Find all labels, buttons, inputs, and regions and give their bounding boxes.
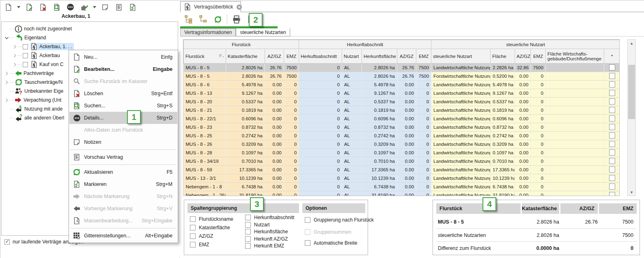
column-header[interactable]: AZ/GZ: [265, 49, 284, 64]
refresh-button[interactable]: [212, 14, 223, 25]
tree-item[interactable]: ?alle anderen Überl: [3, 113, 66, 122]
grid-row[interactable]: Nebengem - 1 - 86.7438 ha0.0000AL6.7438 …: [184, 183, 620, 191]
column-header[interactable]: Fläche Wirtschafts-gebäude/Durchflußmeng…: [546, 49, 604, 64]
grid-row[interactable]: MUS - 8 - 52.8026 ha26.7675000AL2.8026 h…: [184, 64, 620, 72]
column-header[interactable]: steuerliche Nutzart: [431, 49, 491, 64]
option-checkbox[interactable]: [245, 243, 251, 249]
tree-item[interactable]: Verpachtung (Unt: [3, 96, 63, 104]
option-item[interactable]: EMZ: [190, 242, 209, 247]
tree-item[interactable]: §Nutzung mit ande: [3, 104, 64, 113]
option-item[interactable]: Herkunft AZ/GZ: [245, 236, 288, 242]
row-flag-checkbox[interactable]: [609, 124, 615, 130]
window-tab-vertragsueberblick[interactable]: § Vertragsüberblick: [180, 1, 241, 12]
option-checkbox[interactable]: [245, 236, 251, 242]
preview-doc-button[interactable]: [113, 2, 124, 13]
tree-item[interactable]: noch nicht zugeordnet: [3, 24, 73, 33]
caret-down-icon[interactable]: [93, 6, 97, 9]
tree-item[interactable]: Tauschverträge/N: [3, 78, 64, 87]
option-item[interactable]: AZ/GZ: [190, 233, 213, 239]
row-flag-checkbox[interactable]: [609, 141, 615, 147]
column-header[interactable]: EMZ: [416, 49, 431, 64]
tree-item-checkbox[interactable]: [23, 44, 28, 49]
tree-item[interactable]: Pachtverträge: [3, 69, 56, 78]
row-flag-checkbox[interactable]: [609, 166, 615, 173]
column-header[interactable]: AZ/GZ: [397, 49, 416, 64]
column-header[interactable]: *: [604, 49, 620, 64]
search-doc-button[interactable]: [51, 2, 62, 13]
note-button[interactable]: [99, 2, 110, 13]
option-item[interactable]: Flurstücksname: [190, 216, 233, 222]
tree-item[interactable]: Eigenland: [3, 33, 47, 42]
collapse-all-button[interactable]: [198, 14, 209, 25]
option-item[interactable]: Automatische Breite: [305, 240, 357, 246]
caret-down-icon[interactable]: [17, 6, 21, 9]
grid-row[interactable]: MUS - 8 - 260.3209 ha0.0000AL0.3209 ha0.…: [184, 140, 620, 149]
option-checkbox[interactable]: [245, 229, 251, 235]
row-flag-checkbox[interactable]: [609, 132, 615, 139]
option-checkbox[interactable]: [305, 217, 310, 223]
menu-item[interactable]: Vorschau Vertrag: [69, 151, 177, 163]
chevron-right-icon[interactable]: [4, 98, 9, 103]
row-flag-checkbox[interactable]: [609, 158, 615, 164]
option-checkbox[interactable]: [190, 233, 196, 239]
grid-row[interactable]: MUS - 8 - 34/190.7010 ha0.0000AL0.7010 h…: [184, 157, 620, 166]
row-flag-checkbox[interactable]: [609, 64, 615, 70]
tree-item-checkbox[interactable]: [23, 62, 28, 67]
grid-row[interactable]: MUS - 8 - 280.1097 ha0.0000AL0.1097 ha0.…: [184, 149, 620, 157]
option-checkbox[interactable]: [190, 242, 196, 247]
row-flag-checkbox[interactable]: [609, 73, 615, 79]
menu-item[interactable]: Gittereinstellungen... Alt+Eingabe: [69, 230, 177, 242]
option-item[interactable]: Herkunftsfläche: [245, 229, 288, 235]
menu-item[interactable]: Details... Strg+D: [69, 112, 177, 124]
option-item[interactable]: Nutzart: [245, 222, 270, 228]
grid-row[interactable]: Nebengem - 1 - 26/431.8190 ha0.0000AL31.…: [184, 191, 620, 196]
menu-item[interactable]: Aktualisieren F5: [69, 166, 177, 178]
grid-row[interactable]: MUS - 8 - 210.1819 ha0.0000AL0.1819 ha0.…: [184, 106, 620, 115]
scroll-down-icon[interactable]: ▼: [628, 189, 635, 196]
grid-row[interactable]: MUS - 8 - 250.2742 ha0.0000AL0.2742 ha0.…: [184, 132, 620, 140]
tree-item[interactable]: §Ackerbau, 1. . .: [11, 42, 74, 51]
column-header[interactable]: Herkunftsfläche: [362, 49, 397, 64]
column-header[interactable]: EMZ: [284, 49, 299, 64]
column-header[interactable]: EMZ: [531, 49, 546, 64]
grid-row[interactable]: MUS - 8 - 230.8732 ha0.0000AL0.8732 ha0.…: [184, 123, 620, 132]
option-item[interactable]: Gruppierung nach Flurstück: [305, 217, 374, 223]
scroll-up-icon[interactable]: ▲: [628, 40, 635, 47]
menu-item[interactable]: Notizen: [69, 136, 177, 148]
option-checkbox[interactable]: [190, 216, 196, 222]
column-header[interactable]: Herkuftsabschnitt: [299, 49, 342, 64]
subtab[interactable]: Vertragsinformationen: [180, 28, 236, 36]
tree-item-checkbox[interactable]: [23, 53, 28, 58]
option-item[interactable]: Herkunftsabschnitt: [245, 215, 294, 220]
menu-item[interactable]: Bearbeiten... Eingabe: [69, 63, 177, 75]
row-flag-checkbox[interactable]: [609, 107, 615, 113]
row-flag-checkbox[interactable]: [609, 81, 615, 87]
row-flag-checkbox[interactable]: [609, 115, 615, 122]
chevron-right-icon[interactable]: [12, 62, 17, 67]
row-flag-checkbox[interactable]: [609, 98, 615, 104]
column-header[interactable]: Katasterfläche: [226, 49, 265, 64]
menu-item[interactable]: Massenbearbeitung... Strg+Eingabe: [69, 215, 177, 227]
chevron-down-icon[interactable]: [4, 35, 9, 41]
option-item[interactable]: Katasterfläche: [190, 225, 230, 230]
option-checkbox[interactable]: [305, 240, 310, 246]
column-header[interactable]: AZ/GZ: [515, 49, 531, 64]
grid-row[interactable]: MUS - 8 - 200.5337 ha0.0000AL0.5337 ha0.…: [184, 98, 620, 106]
grid-row[interactable]: MUS - 8 - 65.4978 ha0.0000AL5.4978 ha0.0…: [184, 81, 620, 89]
option-checkbox[interactable]: [245, 215, 251, 220]
grid-row[interactable]: MUS - 13 - 3/110.1239 ha0.0000AL10.1239 …: [184, 174, 620, 183]
chevron-right-icon[interactable]: [12, 53, 17, 58]
grid-row[interactable]: MUS - 8 - 52.8026 ha26.7675000AL2.8026 h…: [184, 72, 620, 81]
filter-checkbox[interactable]: [4, 239, 10, 245]
subtab[interactable]: steuerliche Nutzarten: [236, 28, 290, 36]
tree-item[interactable]: §Ackerbau: [11, 51, 62, 60]
delete-doc-button[interactable]: [37, 2, 48, 13]
menu-item[interactable]: Suche Flurstück im Kataster: [69, 75, 177, 87]
puzzle-edit-button[interactable]: [79, 2, 90, 13]
menu-item[interactable]: Löschen Strg+Entf: [69, 87, 177, 100]
menu-item[interactable]: Alkis-Daten zum Flurstück: [69, 124, 177, 136]
new-doc-button[interactable]: [3, 2, 14, 13]
chevron-right-icon[interactable]: [4, 71, 9, 76]
option-checkbox[interactable]: [245, 222, 251, 228]
mark-doc-button[interactable]: [127, 2, 138, 13]
